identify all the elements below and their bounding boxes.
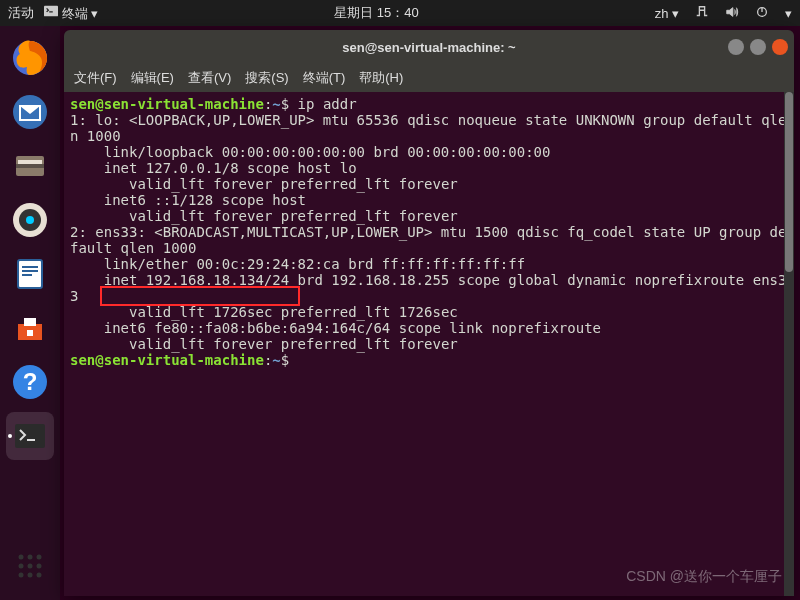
window-titlebar[interactable]: sen@sen-virtual-machine: ~ xyxy=(64,30,794,64)
output-line: link/ether 00:0c:29:24:82:ca brd ff:ff:f… xyxy=(70,256,525,272)
menubar: 文件(F) 编辑(E) 查看(V) 搜索(S) 终端(T) 帮助(H) xyxy=(64,64,794,92)
output-line: inet6 fe80::fa08:b6be:6a94:164c/64 scope… xyxy=(70,320,609,336)
software-center-icon xyxy=(10,308,50,348)
ip-highlight-box xyxy=(100,286,300,306)
dock-terminal[interactable] xyxy=(6,412,54,460)
output-line: 1: lo: <LOOPBACK,UP,LOWER_UP> mtu 65536 … xyxy=(70,112,786,144)
terminal-output[interactable]: sen@sen-virtual-machine:~$ ip addr 1: lo… xyxy=(64,92,794,596)
terminal-scrollbar[interactable] xyxy=(784,92,794,596)
output-line: valid_lft forever preferred_lft forever xyxy=(70,336,458,352)
svg-point-27 xyxy=(28,573,33,578)
rhythmbox-icon xyxy=(10,200,50,240)
output-line: inet6 ::1/128 scope host xyxy=(70,192,314,208)
svg-point-20 xyxy=(19,555,24,560)
scrollbar-thumb[interactable] xyxy=(785,92,793,272)
svg-point-26 xyxy=(19,573,24,578)
dock-rhythmbox[interactable] xyxy=(6,196,54,244)
output-line: valid_lft forever preferred_lft forever xyxy=(70,176,458,192)
svg-rect-14 xyxy=(22,270,38,272)
svg-rect-6 xyxy=(18,160,42,164)
show-applications-button[interactable] xyxy=(0,542,60,590)
svg-rect-7 xyxy=(16,164,44,168)
dock-writer[interactable] xyxy=(6,250,54,298)
watermark: CSDN @送你一个车厘子 xyxy=(626,568,782,586)
prompt-user: sen@sen-virtual-machine xyxy=(70,96,264,112)
clock[interactable]: 星期日 15：40 xyxy=(98,4,654,22)
app-indicator[interactable]: 终端 ▾ xyxy=(44,4,98,23)
gnome-top-panel: 活动 终端 ▾ 星期日 15：40 zh ▾ ▾ xyxy=(0,0,800,26)
dock-files[interactable] xyxy=(6,142,54,190)
window-maximize-button[interactable] xyxy=(750,39,766,55)
menu-edit[interactable]: 编辑(E) xyxy=(131,69,174,87)
thunderbird-icon xyxy=(10,92,50,132)
libreoffice-writer-icon xyxy=(10,254,50,294)
svg-rect-13 xyxy=(22,266,38,268)
svg-point-24 xyxy=(28,564,33,569)
dock-software[interactable] xyxy=(6,304,54,352)
firefox-icon xyxy=(10,38,50,78)
network-icon[interactable] xyxy=(695,5,709,22)
svg-text:?: ? xyxy=(23,368,38,395)
help-icon: ? xyxy=(10,362,50,402)
output-line: inet 192.168.18.134/24 brd 192.168.18.25… xyxy=(70,272,786,304)
app-indicator-label: 终端 xyxy=(62,6,88,21)
svg-point-28 xyxy=(37,573,42,578)
volume-icon[interactable] xyxy=(725,5,739,22)
system-menu-caret[interactable]: ▾ xyxy=(785,6,792,21)
svg-point-10 xyxy=(26,216,34,224)
activities-button[interactable]: 活动 xyxy=(8,4,34,22)
svg-point-21 xyxy=(28,555,33,560)
prompt-path: ~ xyxy=(272,96,280,112)
window-title: sen@sen-virtual-machine: ~ xyxy=(64,40,794,55)
output-line: inet 127.0.0.1/8 scope host lo xyxy=(70,160,357,176)
menu-file[interactable]: 文件(F) xyxy=(74,69,117,87)
prompt-path: ~ xyxy=(272,352,280,368)
window-minimize-button[interactable] xyxy=(728,39,744,55)
power-icon[interactable] xyxy=(755,5,769,22)
terminal-icon xyxy=(10,416,50,456)
dock-thunderbird[interactable] xyxy=(6,88,54,136)
menu-help[interactable]: 帮助(H) xyxy=(359,69,403,87)
output-line: link/loopback 00:00:00:00:00:00 brd 00:0… xyxy=(70,144,550,160)
window-close-button[interactable] xyxy=(772,39,788,55)
svg-point-25 xyxy=(37,564,42,569)
svg-rect-16 xyxy=(27,330,33,336)
dock-firefox[interactable] xyxy=(6,34,54,82)
terminal-window: sen@sen-virtual-machine: ~ 文件(F) 编辑(E) 查… xyxy=(64,30,794,596)
apps-grid-icon xyxy=(16,552,44,580)
svg-rect-15 xyxy=(22,274,32,276)
output-line: valid_lft 1726sec preferred_lft 1726sec xyxy=(70,304,458,320)
menu-search[interactable]: 搜索(S) xyxy=(245,69,288,87)
dock: ? xyxy=(0,26,60,600)
menu-view[interactable]: 查看(V) xyxy=(188,69,231,87)
prompt-user: sen@sen-virtual-machine xyxy=(70,352,264,368)
svg-point-22 xyxy=(37,555,42,560)
input-method-indicator[interactable]: zh ▾ xyxy=(655,6,679,21)
menu-terminal[interactable]: 终端(T) xyxy=(303,69,346,87)
command: ip addr xyxy=(298,96,357,112)
svg-rect-19 xyxy=(15,424,45,448)
output-line: valid_lft forever preferred_lft forever xyxy=(70,208,458,224)
dock-help[interactable]: ? xyxy=(6,358,54,406)
files-icon xyxy=(10,146,50,186)
svg-point-23 xyxy=(19,564,24,569)
terminal-small-icon xyxy=(44,4,58,18)
output-line: 2: ens33: <BROADCAST,MULTICAST,UP,LOWER_… xyxy=(70,224,786,256)
svg-rect-0 xyxy=(44,5,58,16)
